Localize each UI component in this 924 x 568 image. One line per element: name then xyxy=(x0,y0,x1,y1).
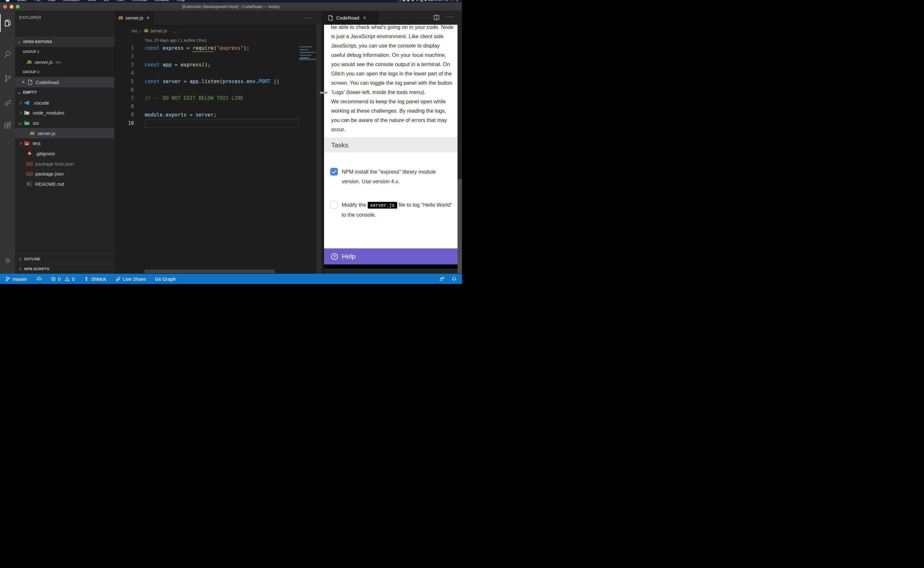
outline-section-header[interactable]: OUTLINE xyxy=(15,254,114,264)
git-graph-status[interactable]: Git Graph xyxy=(155,276,176,282)
open-editors-header[interactable]: OPEN EDITORS xyxy=(15,36,114,47)
code-line-5[interactable]: 5const server = app.listen(process.env.P… xyxy=(114,77,321,86)
open-editor-serverjs[interactable]: JS server.js src xyxy=(15,57,114,67)
menu-item-window[interactable]: Window xyxy=(155,0,169,3)
apple-icon[interactable] xyxy=(6,0,9,2)
menu-bar-status-icons: ▢ ◉ ◉ ▲ ❖ ▥ ■ Sat 3:40 PM ◌ ◐ ☰ xyxy=(398,0,459,3)
horizontal-scrollbar-thumb[interactable] xyxy=(145,270,274,273)
line-number: 5 xyxy=(114,77,134,86)
breadcrumb-separator: › xyxy=(140,28,142,34)
close-icon[interactable]: × xyxy=(22,80,25,85)
code-line-9[interactable]: 9module.exports = server; xyxy=(114,111,321,119)
tree-item-serverjs[interactable]: JS server.js xyxy=(15,128,114,138)
tree-item-vscode[interactable]: .vscode xyxy=(15,98,114,108)
line-number: 6 xyxy=(114,86,134,94)
editor-actions-more-icon[interactable]: ··· xyxy=(305,15,312,21)
account-status[interactable]: ShMcK xyxy=(84,276,107,282)
live-share-status[interactable]: Live Share xyxy=(116,276,146,282)
feedback-icon[interactable] xyxy=(439,276,445,282)
notifications-bell-icon[interactable] xyxy=(451,276,457,282)
editor-scrollbar[interactable] xyxy=(317,25,321,274)
js-file-icon: JS xyxy=(144,29,148,33)
line-number: 2 xyxy=(114,52,134,60)
webview-scrollbar-track[interactable] xyxy=(458,25,462,179)
editor-group-1-label: GROUP 1 xyxy=(23,47,39,57)
source-control-icon[interactable] xyxy=(0,71,15,86)
extensions-icon[interactable] xyxy=(0,118,15,133)
js-file-icon: JS xyxy=(118,15,123,20)
menu-item-view[interactable]: View xyxy=(87,0,96,3)
panel-more-actions-icon[interactable]: ··· xyxy=(447,14,454,20)
close-icon[interactable]: × xyxy=(147,15,149,21)
breadcrumb[interactable]: src › JS server.js › … xyxy=(131,27,178,35)
code-line-3[interactable]: 3const app = express(); xyxy=(114,60,321,69)
tab-coderoad[interactable]: CodeRoad × xyxy=(324,11,378,25)
open-editor-coderoad[interactable]: × CodeRoad xyxy=(15,77,114,87)
tree-item-node-modules[interactable]: JS node_modules xyxy=(15,107,114,118)
tree-item-package-lock[interactable]: npm package-lock.json xyxy=(15,159,114,169)
explorer-sidebar: EXPLORER OPEN EDITORS GROUP 1 JS server.… xyxy=(15,11,114,274)
webview-scrollbar-thumb[interactable] xyxy=(458,179,462,273)
explorer-icon[interactable] xyxy=(0,15,15,31)
code-line-4[interactable]: 4 xyxy=(114,69,321,77)
menu-item-terminal[interactable]: Terminal xyxy=(132,0,147,3)
menu-item-go[interactable]: Go xyxy=(104,0,109,3)
tree-item-src[interactable]: </> src xyxy=(15,118,114,128)
lesson-paragraph: be able to check what's going on in your… xyxy=(331,25,455,97)
file-icon xyxy=(27,80,33,85)
line-number: 10 xyxy=(114,119,134,127)
src-folder-icon: </> xyxy=(24,121,30,125)
sync-publish-icon[interactable] xyxy=(36,276,42,282)
search-icon[interactable] xyxy=(0,47,15,62)
code-area[interactable]: 1const express = require("express");23co… xyxy=(114,44,321,127)
checkbox-checked-icon[interactable] xyxy=(330,168,338,175)
chevron-right-icon xyxy=(18,257,21,261)
npm-scripts-section-header[interactable]: NPM SCRIPTS xyxy=(15,264,114,274)
editor-panel-sash[interactable] xyxy=(321,11,324,274)
tree-item-readme[interactable]: M↓ README.md xyxy=(15,179,114,189)
help-bar[interactable]: ? Help xyxy=(324,248,462,264)
code-line-1[interactable]: 1const express = require("express"); xyxy=(114,44,321,52)
markdown-file-icon: M↓ xyxy=(27,182,32,186)
settings-gear-icon[interactable] xyxy=(0,253,15,268)
menu-item-file[interactable]: File xyxy=(34,0,41,3)
coderoad-webview: be able to check what's going on in your… xyxy=(324,25,462,269)
tasks-header: Tasks xyxy=(324,137,462,153)
codelens-annotation[interactable]: You, 20 days ago | 1 author (You) xyxy=(145,38,207,43)
code-line-2[interactable]: 2 xyxy=(114,52,321,60)
run-debug-icon[interactable] xyxy=(0,95,15,111)
close-icon[interactable]: × xyxy=(363,15,366,21)
menu-item-code[interactable]: Code xyxy=(17,0,27,3)
split-editor-icon[interactable] xyxy=(433,14,440,22)
tree-item-gitignore[interactable]: .gitignore xyxy=(15,148,114,159)
checkbox-unchecked-icon[interactable] xyxy=(330,201,338,208)
menu-item-selection[interactable]: Selection xyxy=(63,0,80,3)
tree-item-test[interactable]: test xyxy=(15,138,114,148)
menu-item-run[interactable]: Run xyxy=(117,0,124,3)
code-line-6[interactable]: 6 xyxy=(114,86,321,94)
npm-file-icon: npm xyxy=(26,162,33,166)
tab-serverjs[interactable]: JS server.js × xyxy=(114,11,154,25)
line-number: 1 xyxy=(114,44,134,52)
branch-icon xyxy=(5,276,11,282)
window-title: [Extension Development Host] - CodeRoad … xyxy=(0,4,462,9)
minimap-line xyxy=(300,50,308,50)
tree-item-package-json[interactable]: npm package.json xyxy=(15,168,114,179)
code-line-8[interactable]: 8 xyxy=(114,103,321,111)
git-branch-status[interactable]: master xyxy=(5,276,27,282)
lesson-footer[interactable]: 1. Meet the Node Console 1 of 2 tasks xyxy=(324,264,462,269)
workspace-root-header[interactable]: EMPTY xyxy=(15,87,114,98)
minimap-line xyxy=(300,57,309,58)
status-bar: master 0 0 ShMcK Live Share Git Graph xyxy=(0,274,462,284)
minimap[interactable] xyxy=(299,36,317,56)
sash-handle[interactable] xyxy=(320,92,327,94)
node-modules-folder-icon: JS xyxy=(24,110,30,115)
svg-text:JS: JS xyxy=(27,112,29,113)
menu-item-edit[interactable]: Edit xyxy=(48,0,56,3)
problems-status[interactable]: 0 0 xyxy=(51,276,75,282)
chevron-right-icon xyxy=(18,267,21,270)
code-line-10[interactable]: 10 xyxy=(114,119,321,127)
menu-item-help[interactable]: Help xyxy=(176,0,185,3)
code-line-7[interactable]: 7// -- DO NOT EDIT BELOW THIS LINE xyxy=(114,94,321,103)
chevron-down-icon xyxy=(18,91,21,94)
